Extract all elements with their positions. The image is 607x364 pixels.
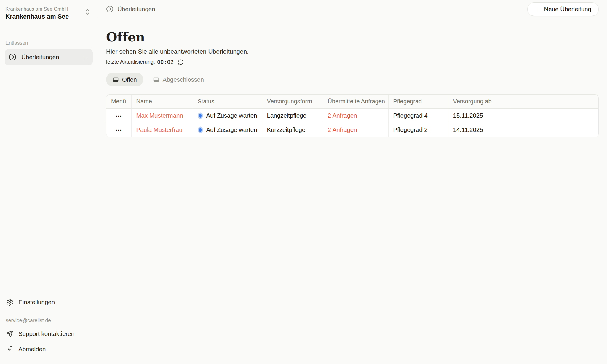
row-menu-button[interactable]: ••• — [116, 113, 122, 118]
last-update-line: letzte Aktualisierung: 00:02 — [106, 59, 599, 65]
page-subtitle: Hier sehen Sie alle unbeantworteten Über… — [106, 48, 599, 55]
org-subtitle: Krankenhaus am See GmbH — [5, 6, 69, 12]
table-icon — [153, 76, 159, 83]
refresh-button[interactable] — [178, 59, 184, 65]
settings-label: Einstellungen — [18, 299, 55, 306]
plus-icon[interactable] — [82, 54, 89, 61]
row-empty-cell — [510, 108, 598, 123]
gear-icon — [6, 299, 13, 306]
row-name-cell: Paula Musterfrau — [131, 123, 193, 137]
table-icon — [112, 76, 119, 83]
patient-name-link[interactable]: Max Mustermann — [136, 112, 183, 119]
row-menu-cell: ••• — [106, 123, 131, 137]
anfragen-link[interactable]: 2 Anfragen — [328, 112, 357, 119]
column-header-name: Name — [131, 95, 193, 108]
tab-offen-label: Offen — [122, 76, 137, 83]
row-pflegegrad-cell: Pflegegrad 2 — [388, 123, 448, 137]
row-status-cell: Auf Zusage warten — [193, 108, 262, 123]
send-icon — [6, 330, 13, 338]
arrow-right-circle-icon — [9, 53, 16, 61]
contact-support-button[interactable]: Support kontaktieren — [5, 326, 93, 341]
sidebar-spacer — [5, 65, 93, 294]
settings-button[interactable]: Einstellungen — [5, 294, 93, 310]
logout-icon — [6, 346, 13, 353]
sidebar-item-label: Überleitungen — [21, 54, 59, 61]
column-header-status: Status — [193, 95, 262, 108]
sidebar-section-label: Entlassen — [5, 40, 93, 46]
plus-icon — [533, 6, 541, 13]
topbar: Überleitungen Neue Überleitung — [98, 0, 607, 18]
row-versorgungsform-cell: Langzeitpflege — [262, 108, 323, 123]
logout-button[interactable]: Abmelden — [5, 341, 93, 357]
org-switcher[interactable]: Krankenhaus am See GmbH Krankenhaus am S… — [5, 5, 93, 21]
last-update-label: letzte Aktualisierung: — [106, 59, 155, 65]
logout-label: Abmelden — [18, 346, 46, 353]
org-switcher-labels: Krankenhaus am See GmbH Krankenhaus am S… — [5, 6, 69, 20]
row-versorgung-ab-cell: 14.11.2025 — [448, 123, 510, 137]
column-header-menu: Menü — [106, 95, 131, 108]
arrow-right-circle-icon — [106, 5, 114, 13]
row-status-cell: Auf Zusage warten — [193, 123, 262, 137]
status-label: Auf Zusage warten — [206, 112, 257, 119]
main-area: Überleitungen Neue Überleitung Offen Hie… — [98, 0, 607, 364]
column-header-versorgung-ab: Versorgung ab — [448, 95, 510, 108]
contact-support-label: Support kontaktieren — [18, 330, 74, 337]
content: Offen Hier sehen Sie alle unbeantwortete… — [98, 18, 607, 364]
refresh-icon — [178, 59, 184, 65]
row-versorgungsform-cell: Kurzzeitpflege — [262, 123, 323, 137]
view-tabs: Offen Abgeschlossen — [106, 73, 599, 86]
patient-name-link[interactable]: Paula Musterfrau — [136, 126, 183, 133]
row-versorgung-ab-cell: 15.11.2025 — [448, 108, 510, 123]
new-ueberleitung-label: Neue Überleitung — [544, 6, 591, 13]
org-title: Krankenhaus am See — [5, 13, 69, 20]
row-anfragen-cell: 2 Anfragen — [323, 108, 388, 123]
table-row: ••• Max Mustermann Auf Zusage warten Lan… — [106, 108, 598, 123]
column-header-pflegegrad: Pflegegrad — [388, 95, 448, 108]
page-title: Offen — [106, 30, 599, 44]
ueberleitungen-table: Menü Name Status Versorgungsform Übermit… — [106, 94, 599, 137]
table-header-row: Menü Name Status Versorgungsform Übermit… — [106, 95, 598, 108]
row-menu-button[interactable]: ••• — [116, 128, 122, 133]
tab-abgeschlossen[interactable]: Abgeschlossen — [147, 73, 210, 86]
row-name-cell: Max Mustermann — [131, 108, 193, 123]
new-ueberleitung-button[interactable]: Neue Überleitung — [527, 2, 599, 16]
row-menu-cell: ••• — [106, 108, 131, 123]
anfragen-link[interactable]: 2 Anfragen — [328, 126, 357, 133]
tab-offen[interactable]: Offen — [106, 73, 143, 86]
last-update-time: 00:02 — [157, 59, 174, 65]
column-header-anfragen: Übermittelte Anfragen — [323, 95, 388, 108]
breadcrumb-label: Überleitungen — [117, 6, 155, 13]
row-empty-cell — [510, 123, 598, 137]
status-dot — [199, 128, 202, 132]
tab-abgeschlossen-label: Abgeschlossen — [163, 76, 204, 83]
column-header-versorgungsform: Versorgungsform — [262, 95, 323, 108]
row-pflegegrad-cell: Pflegegrad 4 — [388, 108, 448, 123]
table-row: ••• Paula Musterfrau Auf Zusage warten K… — [106, 123, 598, 137]
column-header-empty — [510, 95, 598, 108]
chevrons-up-down-icon — [84, 8, 91, 15]
status-label: Auf Zusage warten — [206, 126, 257, 133]
status-dot — [199, 114, 202, 118]
row-anfragen-cell: 2 Anfragen — [323, 123, 388, 137]
sidebar-item-ueberleitungen[interactable]: Überleitungen — [5, 49, 93, 65]
account-email: service@carelist.de — [6, 318, 93, 324]
sidebar: Krankenhaus am See GmbH Krankenhaus am S… — [0, 0, 98, 364]
breadcrumb[interactable]: Überleitungen — [106, 5, 155, 13]
